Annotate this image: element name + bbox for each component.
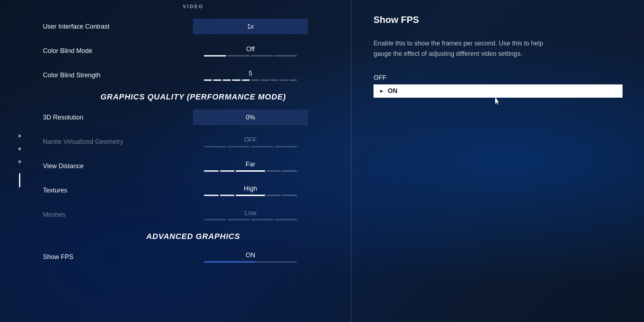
cbseg-2 — [213, 79, 221, 81]
nanite-slider[interactable] — [204, 146, 297, 147]
ui-contrast-value[interactable]: 1x — [193, 19, 308, 34]
tseg-2 — [220, 195, 235, 196]
nseg-1 — [204, 146, 226, 147]
cbseg-9 — [279, 79, 287, 81]
show-fps-fill — [204, 261, 255, 263]
setting-row-color-blind-strength: Color Blind Strength 5 — [43, 63, 343, 87]
color-blind-mode-label: Color Blind Mode — [43, 47, 157, 55]
meshes-value: Low — [244, 209, 256, 217]
tseg-1 — [204, 195, 219, 196]
setting-row-view-distance: View Distance Far — [43, 154, 343, 178]
tooltip-title: Show FPS — [374, 14, 623, 25]
color-blind-strength-label: Color Blind Strength — [43, 72, 157, 79]
meshes-slider[interactable] — [204, 219, 297, 220]
show-fps-value: ON — [246, 252, 255, 259]
tseg-4 — [267, 195, 281, 196]
setting-row-nanite: Nanite Virtualized Geometry OFF — [43, 130, 343, 154]
seg-3 — [251, 55, 273, 57]
mseg-4 — [275, 219, 297, 220]
right-panel: Show FPS Enable this to show the frames … — [352, 0, 644, 322]
sidebar — [0, 0, 39, 322]
mseg-1 — [204, 219, 226, 220]
sidebar-item-3[interactable] — [18, 160, 21, 163]
nseg-3 — [251, 146, 273, 147]
color-blind-mode-slider[interactable] — [204, 55, 297, 57]
sidebar-dot-1 — [18, 135, 21, 137]
sidebar-item-active[interactable] — [19, 173, 20, 187]
nseg-4 — [275, 146, 297, 147]
show-fps-label: Show FPS — [43, 253, 157, 261]
show-fps-control[interactable]: ON — [157, 252, 343, 263]
cbseg-7 — [260, 79, 268, 81]
option-arrow-icon: ► — [379, 88, 384, 94]
color-blind-mode-value: Off — [246, 45, 255, 53]
vdseg-5 — [282, 170, 297, 172]
seg-1 — [204, 55, 226, 57]
section-advanced-header: ADVANCED GRAPHICS — [43, 227, 343, 245]
mseg-3 — [251, 219, 273, 220]
setting-row-meshes: Meshes Low — [43, 203, 343, 227]
view-distance-control[interactable]: Far — [157, 161, 343, 172]
mouse-cursor — [495, 98, 499, 105]
nanite-label: Nanite Virtualized Geometry — [43, 138, 157, 146]
nseg-2 — [228, 146, 250, 147]
textures-label: Textures — [43, 187, 157, 194]
cbseg-5 — [242, 79, 250, 81]
setting-row-color-blind-mode: Color Blind Mode Off — [43, 39, 343, 63]
option-on-selected[interactable]: ► ON — [374, 84, 623, 98]
seg-4 — [275, 55, 297, 57]
cbseg-1 — [204, 79, 212, 81]
section-video-header: VIDEO — [43, 0, 343, 14]
cbseg-8 — [270, 79, 278, 81]
ui-contrast-label: User Interface Contrast — [43, 23, 157, 30]
color-blind-mode-control[interactable]: Off — [157, 45, 343, 57]
textures-slider[interactable] — [204, 195, 297, 196]
view-distance-slider[interactable] — [204, 170, 297, 172]
color-blind-strength-value: 5 — [249, 70, 252, 77]
3d-resolution-label: 3D Resolution — [43, 114, 157, 121]
3d-resolution-control[interactable]: 0% — [157, 110, 343, 125]
color-blind-strength-slider[interactable] — [204, 79, 297, 81]
color-blind-strength-control[interactable]: 5 — [157, 70, 343, 81]
section-gq-header: GRAPHICS QUALITY (PERFORMANCE MODE) — [43, 87, 343, 105]
cbseg-10 — [289, 79, 297, 81]
meshes-control[interactable]: Low — [157, 209, 343, 220]
setting-row-textures: Textures High — [43, 178, 343, 203]
cbseg-3 — [223, 79, 231, 81]
cbseg-4 — [232, 79, 240, 81]
cbseg-6 — [251, 79, 259, 81]
sidebar-item-2[interactable] — [18, 147, 21, 150]
vdseg-1 — [204, 170, 219, 172]
show-fps-slider[interactable] — [204, 261, 297, 263]
view-distance-value: Far — [246, 161, 255, 168]
textures-control[interactable]: High — [157, 185, 343, 196]
option-on-label: ON — [388, 87, 397, 95]
settings-panel: VIDEO User Interface Contrast 1x Color B… — [39, 0, 351, 322]
setting-row-show-fps: Show FPS ON — [43, 245, 343, 269]
tooltip-description: Enable this to show the frames per secon… — [374, 38, 560, 59]
setting-row-ui-contrast: User Interface Contrast 1x — [43, 14, 343, 39]
nanite-value: OFF — [244, 136, 257, 144]
sidebar-active-bar — [19, 173, 20, 187]
vdseg-4 — [267, 170, 281, 172]
tseg-3 — [236, 195, 265, 196]
meshes-label: Meshes — [43, 211, 157, 219]
tseg-5 — [282, 195, 297, 196]
3d-resolution-value[interactable]: 0% — [193, 110, 308, 125]
option-list: OFF ► ON — [374, 73, 623, 98]
view-distance-label: View Distance — [43, 162, 157, 170]
ui-contrast-control[interactable]: 1x — [157, 19, 343, 34]
vdseg-3 — [236, 170, 265, 172]
setting-row-3d-resolution: 3D Resolution 0% — [43, 105, 343, 130]
textures-value: High — [244, 185, 257, 192]
option-off[interactable]: OFF — [374, 73, 623, 82]
nanite-control[interactable]: OFF — [157, 136, 343, 147]
vdseg-2 — [220, 170, 235, 172]
sidebar-dot-2 — [18, 147, 21, 150]
seg-2 — [228, 55, 250, 57]
sidebar-dot-3 — [18, 160, 21, 163]
mseg-2 — [228, 219, 250, 220]
sidebar-item-1[interactable] — [18, 135, 21, 137]
